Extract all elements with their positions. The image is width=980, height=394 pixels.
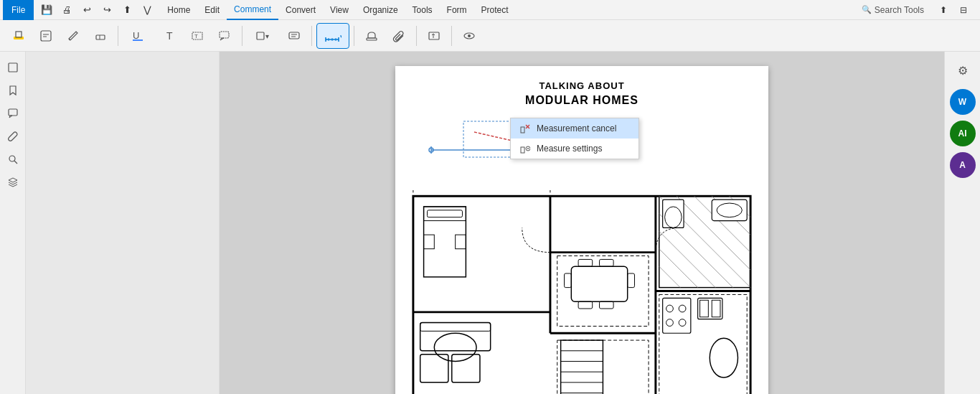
sidebar-layers[interactable] bbox=[3, 172, 23, 192]
menu-home[interactable]: Home bbox=[160, 0, 197, 20]
context-menu: Measurement cancel Measure settings bbox=[510, 118, 639, 159]
sidebar-bookmarks[interactable] bbox=[3, 80, 23, 100]
collapse-button[interactable]: ⊟ bbox=[956, 2, 971, 18]
svg-point-106 bbox=[710, 338, 738, 377]
underline-tool[interactable]: U bbox=[123, 23, 156, 49]
eraser-tool[interactable] bbox=[88, 23, 113, 49]
svg-rect-59 bbox=[427, 210, 462, 217]
svg-point-97 bbox=[434, 333, 476, 361]
svg-text:▾: ▾ bbox=[340, 34, 341, 39]
share-button[interactable]: ⬆ bbox=[118, 1, 136, 19]
svg-rect-86 bbox=[561, 340, 603, 394]
upload-button[interactable]: ⬆ bbox=[936, 2, 951, 18]
svg-rect-105 bbox=[712, 300, 720, 317]
text-box-tool[interactable]: T bbox=[184, 23, 210, 49]
svg-rect-2 bbox=[41, 31, 51, 41]
svg-rect-26 bbox=[429, 32, 439, 39]
ai-icon[interactable]: AI bbox=[950, 121, 976, 146]
svg-line-71 bbox=[659, 266, 680, 287]
svg-rect-79 bbox=[571, 266, 627, 301]
sidebar-pages[interactable] bbox=[3, 57, 23, 78]
svg-rect-96 bbox=[452, 355, 480, 383]
svg-rect-5 bbox=[96, 35, 105, 39]
menu-organize[interactable]: Organize bbox=[356, 0, 405, 20]
svg-text:T: T bbox=[194, 33, 198, 39]
menu-view[interactable]: View bbox=[323, 0, 356, 20]
sticky-note-tool[interactable] bbox=[33, 23, 59, 49]
svg-point-29 bbox=[468, 34, 471, 37]
search-tools[interactable]: 🔍 Search Tools bbox=[856, 4, 930, 17]
pencil-tool[interactable] bbox=[60, 23, 86, 49]
print-button[interactable]: 🖨 bbox=[58, 1, 75, 19]
svg-line-69 bbox=[659, 231, 715, 287]
highlight-tool[interactable] bbox=[6, 23, 32, 49]
svg-rect-25 bbox=[367, 38, 377, 40]
toolbar: U T T ▾ ▾ bbox=[0, 20, 980, 52]
svg-rect-13 bbox=[257, 32, 264, 39]
svg-point-73 bbox=[665, 207, 682, 228]
undo-button[interactable]: ↩ bbox=[78, 1, 95, 19]
main-area: TALKING ABOUT MODULAR HOMES bbox=[0, 52, 980, 394]
svg-rect-31 bbox=[9, 109, 17, 116]
menu-bar: File 💾 🖨 ↩ ↪ ⬆ ⋁ Home Edit Comment Conve… bbox=[0, 0, 980, 20]
sidebar-attachments[interactable] bbox=[3, 126, 23, 146]
measure-settings-label: Measure settings bbox=[537, 144, 602, 154]
svg-point-32 bbox=[9, 156, 15, 161]
left-sidebar bbox=[0, 52, 26, 394]
sep6 bbox=[451, 26, 452, 46]
sep3 bbox=[311, 26, 312, 46]
menu-tools[interactable]: Tools bbox=[405, 0, 440, 20]
svg-text:▾: ▾ bbox=[265, 32, 269, 40]
svg-rect-93 bbox=[420, 323, 491, 351]
settings-icon bbox=[519, 143, 531, 154]
show-hide-tool[interactable] bbox=[456, 23, 482, 49]
svg-rect-83 bbox=[599, 301, 613, 309]
sep2 bbox=[242, 26, 242, 46]
sidebar-comments[interactable] bbox=[3, 103, 23, 123]
text-tool[interactable]: T bbox=[157, 23, 183, 49]
svg-rect-103 bbox=[698, 298, 722, 319]
azure-icon[interactable]: A bbox=[950, 152, 976, 178]
svg-rect-44 bbox=[521, 147, 524, 153]
svg-text:U: U bbox=[133, 30, 139, 41]
svg-rect-15 bbox=[289, 32, 299, 39]
content-area[interactable]: TALKING ABOUT MODULAR HOMES bbox=[220, 52, 944, 394]
sidebar-search[interactable] bbox=[3, 149, 23, 169]
edit-box-tool[interactable] bbox=[421, 23, 447, 49]
redo-button[interactable]: ↪ bbox=[98, 1, 116, 19]
svg-rect-82 bbox=[578, 301, 593, 309]
callout-tool[interactable] bbox=[212, 23, 237, 49]
svg-rect-30 bbox=[9, 63, 17, 72]
expand-button[interactable]: ⋁ bbox=[138, 1, 156, 19]
search-icon: 🔍 bbox=[862, 5, 872, 14]
menu-comment[interactable]: Comment bbox=[227, 0, 278, 20]
doc-subtitle: MODULAR HOMES bbox=[410, 94, 754, 107]
menu-convert[interactable]: Convert bbox=[278, 0, 323, 20]
svg-rect-84 bbox=[565, 273, 572, 288]
stamp-tool[interactable] bbox=[359, 23, 385, 49]
file-menu[interactable]: File bbox=[3, 0, 34, 20]
word-icon[interactable]: W bbox=[950, 89, 976, 115]
svg-rect-80 bbox=[578, 259, 593, 266]
measurement-cancel-label: Measurement cancel bbox=[537, 123, 616, 133]
save-button[interactable]: 💾 bbox=[38, 1, 55, 19]
menu-protect[interactable]: Protect bbox=[474, 0, 516, 20]
measure-settings-item[interactable]: Measure settings bbox=[511, 139, 639, 159]
shapes-tool[interactable]: ▾ bbox=[247, 23, 280, 49]
menu-edit[interactable]: Edit bbox=[197, 0, 227, 20]
doc-title: TALKING ABOUT bbox=[410, 80, 754, 91]
search-tools-label: Search Tools bbox=[875, 5, 924, 15]
sep4 bbox=[354, 26, 354, 46]
menu-form[interactable]: Form bbox=[440, 0, 474, 20]
svg-rect-58 bbox=[424, 207, 466, 221]
cancel-icon bbox=[519, 123, 531, 134]
document-page: TALKING ABOUT MODULAR HOMES bbox=[395, 66, 768, 394]
attach-tool[interactable] bbox=[386, 23, 412, 49]
svg-rect-98 bbox=[663, 298, 691, 333]
svg-line-33 bbox=[14, 161, 17, 164]
comment-box-tool[interactable] bbox=[281, 23, 307, 49]
measure-tool[interactable]: ▾ bbox=[316, 23, 349, 49]
measurement-cancel-item[interactable]: Measurement cancel bbox=[511, 118, 639, 139]
settings-icon[interactable]: ⚙ bbox=[950, 57, 976, 83]
right-sidebar: ⚙ W AI A bbox=[944, 52, 980, 394]
